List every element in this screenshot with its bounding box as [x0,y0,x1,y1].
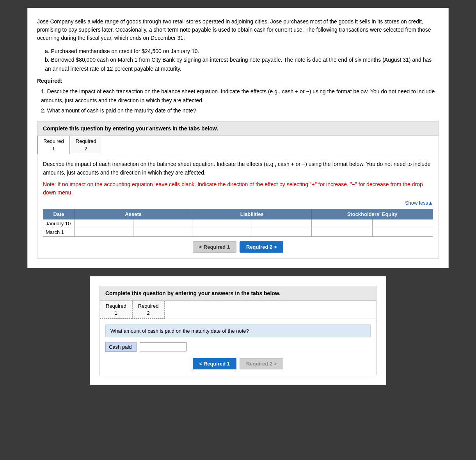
note-text: Note: If no impact on the accounting equ… [43,180,433,197]
input-cell[interactable] [75,219,133,228]
show-less-link[interactable]: Show less▲ [43,200,433,206]
equity-input-1b[interactable] [373,220,432,227]
col-equity: Stockholders' Equity [312,209,433,219]
cash-paid-input[interactable] [140,342,186,351]
complete-instruction-2: Complete this question by entering your … [99,286,377,301]
complete-instruction: Complete this question by entering your … [37,121,439,136]
assets-input-2b[interactable] [134,228,191,236]
prev-button-2[interactable]: < Required 1 [193,358,236,369]
prev-button-1[interactable]: < Required 1 [193,241,236,253]
intro-item-a: a. Purchased merchandise on credit for $… [45,47,439,55]
input-cell[interactable] [252,219,312,228]
input-cell[interactable] [133,228,192,236]
question-text: What amount of cash is paid on the matur… [105,324,371,337]
input-cell[interactable] [372,228,433,236]
assets-input-2a[interactable] [75,228,132,236]
tab-required-1[interactable]: Required 1 [37,136,70,154]
col-assets: Assets [75,209,192,219]
tabs-row: Required 1 Required 2 [37,136,439,154]
nav-buttons: < Required 1 Required 2 > [43,241,433,253]
balance-sheet-table: Date Assets Liabilities Stockholders' Eq… [43,209,433,237]
description-text: Describe the impact of each transaction … [43,160,433,177]
input-cell[interactable] [75,228,133,236]
tab-required-2[interactable]: Required 2 [70,136,102,153]
date-cell-jan10: January 10 [43,219,75,228]
tabs-container: Required 1 Required 2 Describe the impac… [37,136,439,258]
tab-1-content: Describe the impact of each transaction … [37,154,439,258]
intro-list: a. Purchased merchandise on credit for $… [45,47,439,73]
input-cell[interactable] [372,219,433,228]
tab-required-1-bottom[interactable]: Required 1 [100,301,132,319]
input-cell[interactable] [133,219,192,228]
liabilities-input-1a[interactable] [193,220,251,227]
col-liabilities: Liabilities [192,209,312,219]
tabs-row-2: Required 1 Required 2 [100,301,376,319]
input-cell[interactable] [192,228,252,236]
col-date: Date [43,209,75,219]
intro-paragraph: Jose Company sells a wide range of goods… [37,18,439,42]
tab-2-content: What amount of cash is paid on the matur… [100,319,376,375]
input-cell[interactable] [312,219,372,228]
input-cell[interactable] [252,228,312,236]
equity-input-1a[interactable] [313,220,371,227]
next-button-1[interactable]: Required 2 > [240,241,283,253]
table-row: January 10 [43,219,433,228]
intro-item-b: b. Borrowed $80,000 cash on March 1 from… [45,55,439,73]
nav-buttons-2: < Required 1 Required 2 > [105,358,371,369]
numbered-list: 1. Describe the impact of each transacti… [41,87,439,115]
numbered-item-1: 1. Describe the impact of each transacti… [41,87,439,105]
input-cell[interactable] [312,228,372,236]
liabilities-input-2a[interactable] [193,228,251,236]
input-cell[interactable] [192,219,252,228]
assets-input-1b[interactable] [134,220,191,227]
second-card: Complete this question by entering your … [90,276,386,385]
cash-paid-row: Cash paid [105,342,371,352]
tab-required-2-bottom[interactable]: Required 2 [132,301,165,319]
numbered-item-2: 2. What amount of cash is paid on the ma… [41,106,439,115]
tabs-container-2: Required 1 Required 2 What amount of cas… [99,301,377,375]
date-cell-march1: March 1 [43,228,75,236]
table-row: March 1 [43,228,433,236]
assets-input-1a[interactable] [75,220,132,227]
required-heading: Required: [37,78,439,84]
main-card: Jose Company sells a wide range of goods… [27,8,449,268]
equity-input-2a[interactable] [313,228,371,236]
equity-input-2b[interactable] [373,228,432,236]
next-button-2: Required 2 > [240,358,283,369]
cash-paid-label: Cash paid [105,342,137,352]
liabilities-input-1b[interactable] [253,220,311,227]
liabilities-input-2b[interactable] [253,228,311,236]
